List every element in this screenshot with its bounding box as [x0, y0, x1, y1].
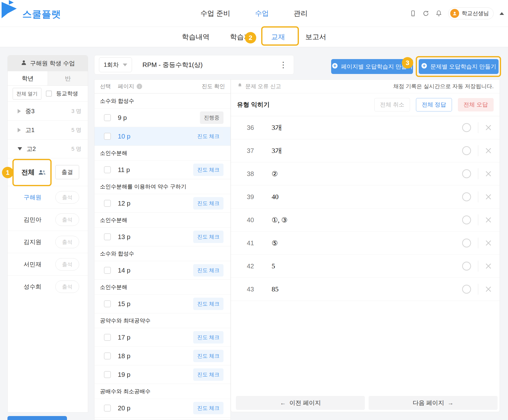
page-row[interactable]: 13 p 진도 체크: [95, 227, 230, 246]
page-row[interactable]: 20 p 진도 체크: [95, 399, 230, 417]
progress-check-button[interactable]: 진도 체크: [193, 402, 223, 414]
page-row[interactable]: 10 p 진도 체크: [95, 127, 230, 145]
sidebar-bottom-cutoff-button[interactable]: [7, 416, 67, 420]
sync-icon[interactable]: [422, 10, 429, 17]
session-dropdown[interactable]: 1회차: [99, 57, 132, 72]
mark-correct-button[interactable]: [462, 262, 471, 271]
tab-learning-history[interactable]: 학습내역: [182, 32, 210, 42]
page-row[interactable]: 18 p 진도 체크: [95, 347, 230, 365]
mark-wrong-button[interactable]: [485, 124, 492, 131]
page-checkbox[interactable]: [104, 133, 111, 140]
nav-item-lesson-prep[interactable]: 수업 준비: [200, 9, 230, 18]
progress-check-button[interactable]: 진도 체크: [193, 264, 223, 277]
next-page-button[interactable]: 다음 페이지: [369, 396, 498, 410]
grade-group-row[interactable]: 중3 3 명: [8, 102, 88, 120]
user-menu[interactable]: 학교선생님: [448, 7, 494, 19]
chapter-section-row: 소인수분해: [95, 212, 230, 227]
page-row[interactable]: 11 p 진도 체크: [95, 160, 230, 179]
open-all-button[interactable]: 전체 열기: [13, 88, 41, 100]
attending-checkbox[interactable]: [46, 91, 52, 97]
all-students-label[interactable]: 전체: [21, 168, 35, 177]
progress-check-button[interactable]: 진도 체크: [193, 368, 223, 381]
nav-item-lesson[interactable]: 수업: [255, 9, 269, 18]
all-wrong-button[interactable]: 전체 오답: [458, 98, 494, 111]
mark-wrong-button[interactable]: [485, 239, 492, 247]
mark-correct-button[interactable]: [462, 239, 471, 247]
grade-group-row[interactable]: 고2 5 명: [8, 139, 88, 158]
mark-wrong-button[interactable]: [485, 170, 492, 177]
attendance-status-button[interactable]: 출석: [55, 213, 79, 226]
all-students-row[interactable]: 전체 출결: [8, 158, 88, 186]
progress-check-button[interactable]: 진도 체크: [193, 130, 223, 142]
page-checkbox[interactable]: [104, 267, 111, 274]
mark-wrong-button[interactable]: [485, 216, 492, 224]
mobile-icon[interactable]: [410, 10, 416, 17]
attendance-status-button[interactable]: 출석: [55, 280, 79, 293]
attendance-status-button[interactable]: 출석: [55, 236, 79, 248]
mark-correct-button[interactable]: [462, 215, 471, 224]
tab-textbook[interactable]: 교재: [271, 32, 285, 42]
all-correct-button[interactable]: 전체 정답: [416, 98, 452, 111]
grade-group-row[interactable]: 고1 5 명: [8, 120, 88, 139]
student-row[interactable]: 성수희 출석: [8, 275, 88, 298]
bell-icon[interactable]: [435, 10, 442, 17]
report-error-button[interactable]: 문제 오류 신고: [237, 83, 281, 90]
student-row[interactable]: 김지원 출석: [8, 231, 88, 253]
mark-wrong-button[interactable]: [485, 147, 492, 154]
page-row[interactable]: 9 p 진행중: [95, 108, 230, 127]
mark-wrong-button[interactable]: [485, 262, 492, 270]
progress-check-button[interactable]: 진도 체크: [193, 197, 223, 210]
sidebar-tab-grade[interactable]: 학년: [8, 71, 48, 85]
student-row[interactable]: 서민재 출석: [8, 253, 88, 275]
page-row[interactable]: 19 p 진도 체크: [95, 365, 230, 384]
student-name[interactable]: 김민아: [24, 216, 41, 224]
progress-check-button[interactable]: 진행중: [200, 111, 223, 124]
info-icon[interactable]: [137, 84, 142, 89]
page-row[interactable]: 14 p 진도 체크: [95, 261, 230, 280]
progress-check-button[interactable]: 진도 체크: [193, 231, 223, 243]
create-problemwise-worksheet-button[interactable]: 문제별 오답학습지 만들기: [419, 59, 499, 74]
student-name[interactable]: 구해원: [24, 193, 41, 201]
page-checkbox[interactable]: [104, 300, 111, 307]
attendance-check-button[interactable]: 출결: [55, 165, 79, 179]
page-checkbox[interactable]: [104, 114, 111, 121]
mark-correct-button[interactable]: [462, 285, 471, 294]
progress-check-button[interactable]: 진도 체크: [193, 331, 223, 344]
page-checkbox[interactable]: [104, 405, 111, 412]
caret-up-icon[interactable]: [500, 12, 504, 15]
page-checkbox[interactable]: [104, 166, 111, 173]
mark-correct-button[interactable]: [462, 146, 471, 155]
page-checkbox[interactable]: [104, 233, 111, 240]
page-row[interactable]: 17 p 진도 체크: [95, 328, 230, 347]
page-checkbox[interactable]: [104, 334, 111, 341]
page-checkbox[interactable]: [104, 200, 111, 207]
attendance-status-button[interactable]: 출석: [55, 191, 79, 204]
question-answer: 85: [272, 285, 279, 293]
student-name[interactable]: 김지원: [24, 238, 41, 246]
progress-check-button[interactable]: 진도 체크: [193, 350, 223, 362]
progress-check-button[interactable]: 진도 체크: [193, 298, 223, 310]
page-checkbox[interactable]: [104, 371, 111, 378]
page-row[interactable]: 15 p 진도 체크: [95, 294, 230, 313]
mark-correct-button[interactable]: [462, 123, 471, 132]
cancel-all-button[interactable]: 전체 취소: [374, 98, 410, 111]
page-row[interactable]: 12 p 진도 체크: [95, 194, 230, 212]
nav-item-manage[interactable]: 관리: [294, 9, 308, 18]
kebab-menu-icon[interactable]: [279, 61, 287, 69]
mark-correct-button[interactable]: [462, 192, 471, 201]
progress-check-button[interactable]: 진도 체크: [193, 164, 223, 176]
mark-wrong-button[interactable]: [485, 193, 492, 201]
student-row[interactable]: 구해원 출석: [8, 186, 88, 208]
tab-report[interactable]: 보고서: [305, 32, 326, 42]
student-name[interactable]: 서민재: [24, 260, 41, 268]
page-checkbox[interactable]: [104, 352, 111, 359]
mark-correct-button[interactable]: [462, 169, 471, 178]
grading-actions: 전체 취소 전체 정답 전체 오답: [374, 98, 494, 111]
attendance-status-button[interactable]: 출석: [55, 258, 79, 271]
student-row[interactable]: 김민아 출석: [8, 208, 88, 231]
prev-page-button[interactable]: 이전 페이지: [236, 396, 365, 410]
student-name[interactable]: 성수희: [24, 283, 41, 291]
sidebar-tab-class[interactable]: 반: [48, 71, 88, 85]
create-pagewise-worksheet-button[interactable]: 페이지별 오답학습지 만들기: [331, 59, 413, 74]
mark-wrong-button[interactable]: [485, 285, 492, 293]
